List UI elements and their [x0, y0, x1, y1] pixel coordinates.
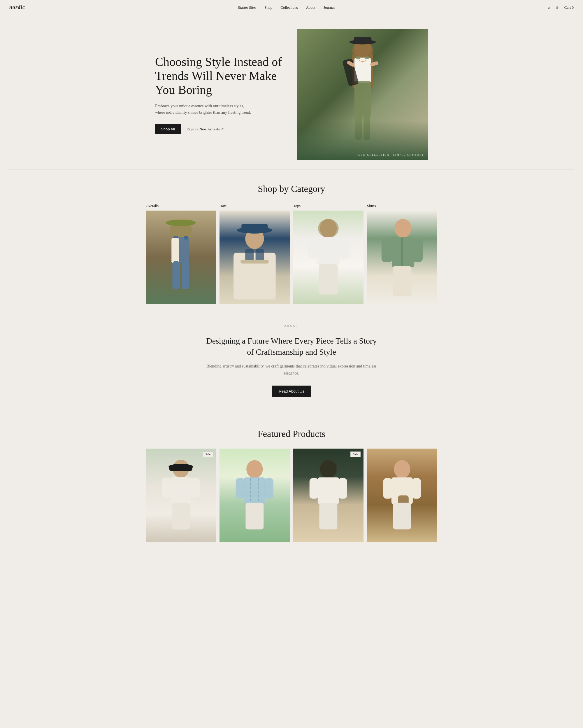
about-section: ABOUT Designing a Future Where Every Pie…	[0, 318, 583, 414]
nav-about[interactable]: About	[306, 5, 315, 10]
category-tops-label: Tops	[293, 204, 363, 208]
svg-point-40	[395, 219, 412, 238]
category-hats-label: Hats	[220, 204, 290, 208]
explore-link[interactable]: Explore New Arrivals ↗	[187, 127, 224, 132]
hero-image: NEW COLLECTION · SIMPLE COMFORT	[297, 29, 428, 160]
search-icon[interactable]: ⌕	[548, 5, 550, 10]
hero-image-box: NEW COLLECTION · SIMPLE COMFORT	[297, 29, 428, 160]
svg-rect-69	[412, 478, 421, 498]
category-shirts-label: Shirts	[367, 204, 437, 208]
category-hats[interactable]: Hats	[220, 204, 290, 304]
category-grid: Overalls	[146, 204, 437, 304]
svg-rect-52	[172, 502, 190, 529]
svg-point-35	[318, 219, 339, 238]
hero-subtitle: Embrace your unique essence with our tim…	[155, 103, 254, 116]
hero-text: Choosing Style Instead of Trends Will Ne…	[155, 55, 286, 134]
about-label: ABOUT	[204, 324, 379, 327]
nav-journal[interactable]: Journal	[324, 5, 335, 10]
svg-rect-8	[365, 56, 369, 59]
category-shirts-image	[367, 211, 437, 304]
svg-rect-7	[356, 56, 360, 59]
svg-rect-62	[318, 477, 339, 504]
svg-rect-56	[265, 478, 273, 498]
featured-products-section: Featured Products Sale	[0, 414, 583, 556]
category-overalls[interactable]: Overalls	[146, 204, 216, 304]
overalls-figure	[153, 215, 209, 300]
product-grid: Sale	[146, 448, 437, 542]
svg-rect-50	[162, 478, 172, 497]
tops-figure	[300, 215, 357, 300]
account-icon[interactable]: ☺	[555, 5, 559, 10]
svg-rect-36	[317, 237, 340, 265]
hero-title: Choosing Style Instead of Trends Will Ne…	[155, 55, 286, 97]
read-about-us-button[interactable]: Read About Us	[272, 386, 311, 397]
product-item-4[interactable]	[367, 448, 437, 542]
svg-rect-25	[172, 261, 180, 289]
product-image-4	[367, 448, 437, 542]
svg-rect-55	[236, 478, 245, 498]
svg-rect-49	[171, 477, 191, 503]
svg-point-20	[166, 219, 196, 226]
svg-rect-42	[382, 239, 393, 262]
svg-rect-48	[169, 466, 192, 471]
category-tops-image	[293, 211, 363, 304]
category-overalls-label: Overalls	[146, 204, 216, 208]
product-figure-3	[304, 456, 353, 535]
nav-links: Starter Sites Shop Collections About Jou…	[238, 5, 335, 10]
svg-rect-37	[308, 238, 318, 259]
about-subtitle: Blending artistry and sustainability, we…	[204, 363, 379, 377]
product-item-1[interactable]: Sale	[146, 448, 216, 542]
category-shirts[interactable]: Shirts	[367, 204, 437, 304]
cart-label[interactable]: Cart 0	[564, 5, 574, 10]
hero-section: Choosing Style Instead of Trends Will Ne…	[146, 15, 437, 169]
svg-rect-5	[354, 37, 371, 43]
svg-rect-65	[320, 502, 338, 529]
hats-figure	[226, 215, 283, 300]
nav-right: ⌕ ☺ Cart 0	[548, 5, 574, 10]
product-figure-1	[156, 456, 205, 535]
svg-rect-44	[401, 238, 403, 266]
svg-rect-54	[244, 477, 265, 504]
logo[interactable]: nordic	[9, 4, 25, 10]
hero-buttons: Shop All Explore New Arrivals ↗	[155, 124, 286, 134]
nav-collections[interactable]: Collections	[280, 5, 298, 10]
svg-rect-30	[242, 224, 268, 231]
product-item-3[interactable]: Sale	[293, 448, 363, 542]
category-hats-image	[220, 211, 290, 304]
featured-products-title: Featured Products	[9, 428, 574, 439]
navbar: nordic Starter Sites Shop Collections Ab…	[0, 0, 583, 15]
svg-rect-59	[246, 502, 264, 529]
svg-point-66	[394, 460, 410, 478]
svg-rect-63	[310, 478, 318, 498]
product-figure-2	[230, 456, 279, 535]
nav-shop[interactable]: Shop	[265, 5, 273, 10]
shirts-figure	[374, 215, 430, 300]
svg-rect-33	[241, 260, 269, 264]
shop-all-button[interactable]: Shop All	[155, 124, 181, 134]
svg-rect-24	[171, 238, 179, 263]
category-tops[interactable]: Tops	[293, 204, 363, 304]
about-title: Designing a Future Where Every Piece Tel…	[204, 335, 379, 358]
svg-rect-68	[383, 478, 392, 498]
product-image-3	[293, 448, 363, 542]
svg-rect-51	[190, 478, 200, 497]
svg-rect-39	[319, 264, 338, 294]
svg-rect-64	[338, 478, 347, 498]
svg-point-53	[246, 460, 262, 478]
svg-point-61	[320, 459, 338, 478]
svg-rect-71	[393, 502, 411, 529]
svg-rect-38	[339, 238, 349, 259]
svg-rect-23	[184, 236, 188, 240]
product-figure-4	[378, 456, 427, 535]
product-image-1	[146, 448, 216, 542]
svg-rect-43	[412, 239, 423, 262]
svg-rect-26	[182, 261, 190, 289]
product-image-2	[220, 448, 290, 542]
product-item-2[interactable]	[220, 448, 290, 542]
shop-by-category-section: Shop by Category Overalls	[0, 170, 583, 318]
svg-rect-27	[233, 253, 276, 300]
category-overalls-image	[146, 211, 216, 304]
nav-starter-sites[interactable]: Starter Sites	[238, 5, 256, 10]
svg-rect-45	[393, 266, 411, 296]
shop-by-category-title: Shop by Category	[9, 183, 574, 194]
